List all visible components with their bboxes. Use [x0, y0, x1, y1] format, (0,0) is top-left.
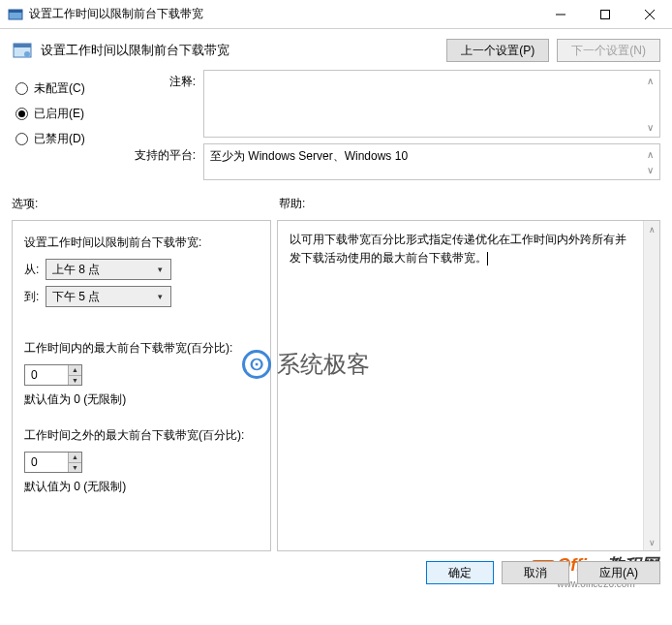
maximize-button[interactable]: [583, 0, 627, 29]
policy-title: 设置工作时间以限制前台下载带宽: [41, 42, 229, 59]
scroll-up-icon[interactable]: ∧: [642, 73, 657, 88]
to-time-select[interactable]: 下午 5 点 ▾: [46, 286, 171, 307]
help-scrollbar[interactable]: ∧ ∨: [643, 221, 659, 550]
spin-up-icon[interactable]: ▲: [68, 453, 81, 463]
scroll-down-icon[interactable]: ∨: [642, 119, 657, 135]
radio-not-configured[interactable]: 未配置(C): [15, 76, 112, 101]
in-hours-label: 工作时间内的最大前台下载带宽(百分比):: [24, 340, 259, 357]
chevron-down-icon: ▾: [153, 265, 167, 274]
radio-label: 未配置(C): [34, 80, 85, 97]
to-label: 到:: [24, 289, 40, 305]
scroll-up-icon[interactable]: ∧: [644, 221, 659, 237]
apply-button[interactable]: 应用(A): [577, 561, 660, 584]
ok-button[interactable]: 确定: [426, 561, 494, 584]
platform-label: 支持的平台:: [124, 143, 196, 180]
chevron-down-icon: ▾: [153, 292, 167, 301]
help-section-label: 帮助:: [279, 196, 660, 212]
next-setting-button: 下一个设置(N): [557, 39, 660, 62]
radio-label: 已禁用(D): [34, 131, 85, 147]
app-icon: [8, 7, 23, 22]
svg-rect-3: [601, 10, 610, 18]
policy-icon: [12, 40, 33, 61]
out-hours-stepper[interactable]: 0 ▲ ▼: [24, 452, 82, 473]
scroll-up-icon[interactable]: ∧: [642, 146, 657, 162]
from-label: 从:: [24, 262, 40, 278]
spin-up-icon[interactable]: ▲: [68, 365, 81, 376]
out-hours-label: 工作时间之外的最大前台下载带宽(百分比):: [24, 427, 259, 444]
options-section-label: 选项:: [12, 196, 279, 212]
from-time-select[interactable]: 上午 8 点 ▾: [46, 259, 171, 280]
minimize-button[interactable]: [538, 0, 583, 29]
platform-box: 至少为 Windows Server、Windows 10 ∧ ∨: [203, 143, 660, 180]
svg-rect-1: [9, 10, 22, 13]
radio-disabled[interactable]: 已禁用(D): [15, 126, 112, 151]
window-title: 设置工作时间以限制前台下载带宽: [29, 6, 538, 22]
comment-label: 注释:: [124, 70, 196, 138]
radio-icon: [15, 133, 28, 145]
close-button[interactable]: [627, 0, 672, 29]
radio-enabled[interactable]: 已启用(E): [15, 101, 112, 126]
radio-label: 已启用(E): [34, 106, 84, 122]
spin-down-icon[interactable]: ▼: [68, 376, 81, 386]
help-text: 以可用下载带宽百分比形式指定传递优化在工作时间内外跨所有并发下载活动使用的最大前…: [290, 231, 636, 267]
prev-setting-button[interactable]: 上一个设置(P): [446, 39, 549, 62]
options-panel: 设置工作时间以限制前台下载带宽: 从: 上午 8 点 ▾ 到: 下午 5 点 ▾…: [12, 220, 271, 551]
comment-textarea[interactable]: ∧ ∨: [203, 70, 660, 138]
scroll-down-icon[interactable]: ∨: [642, 162, 657, 177]
scroll-down-icon[interactable]: ∨: [644, 534, 659, 550]
in-hours-stepper[interactable]: 0 ▲ ▼: [24, 364, 82, 386]
spin-down-icon[interactable]: ▼: [68, 463, 81, 473]
cancel-button[interactable]: 取消: [502, 561, 569, 584]
out-hours-hint: 默认值为 0 (无限制): [24, 479, 259, 495]
options-title: 设置工作时间以限制前台下载带宽:: [24, 234, 259, 251]
help-panel: 以可用下载带宽百分比形式指定传递优化在工作时间内外跨所有并发下载活动使用的最大前…: [277, 220, 660, 551]
radio-icon: [15, 82, 28, 95]
radio-icon: [15, 108, 28, 120]
svg-rect-7: [14, 44, 31, 47]
in-hours-hint: 默认值为 0 (无限制): [24, 391, 259, 408]
svg-point-8: [24, 51, 30, 57]
